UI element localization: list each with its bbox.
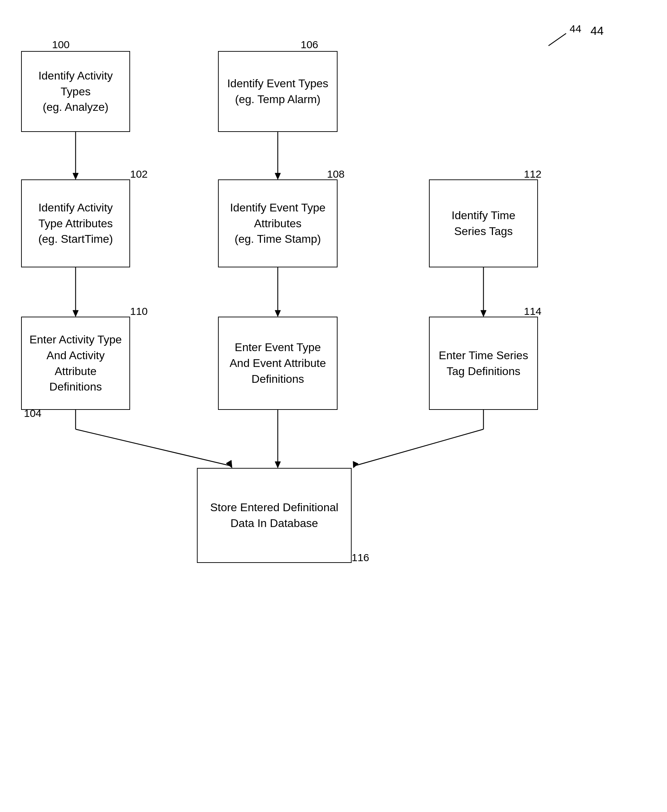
svg-marker-16: [275, 462, 280, 468]
svg-line-0: [549, 33, 566, 46]
box-identify-activity-types-text: Identify Activity Types(eg. Analyze): [29, 68, 122, 115]
svg-text:44: 44: [570, 23, 581, 35]
box-store-definitional-data-text: Store Entered Definitional Data In Datab…: [205, 499, 344, 531]
box-identify-event-type-attributes: Identify Event Type Attributes(eg. Time …: [218, 180, 338, 267]
label-116: 116: [352, 552, 369, 564]
box-identify-activity-type-attributes: Identify Activity Type Attributes(eg. St…: [21, 180, 130, 267]
label-112: 112: [524, 168, 541, 180]
box-enter-event-definitions: Enter Event Type And Event Attribute Def…: [218, 317, 338, 410]
box-identify-event-type-attributes-text: Identify Event Type Attributes(eg. Time …: [226, 200, 330, 247]
box-enter-event-definitions-text: Enter Event Type And Event Attribute Def…: [226, 339, 330, 387]
svg-marker-11: [481, 310, 486, 317]
label-102: 102: [130, 168, 148, 180]
label-106: 106: [300, 39, 318, 51]
box-enter-activity-definitions-text: Enter Activity Type And Activity Attribu…: [29, 332, 122, 395]
svg-marker-14: [226, 460, 232, 468]
box-identify-event-types: Identify Event Types(eg. Temp Alarm): [218, 51, 338, 132]
svg-marker-3: [73, 173, 78, 180]
box-identify-activity-type-attributes-text: Identify Activity Type Attributes(eg. St…: [29, 200, 122, 247]
box-identify-time-series-tags: Identify Time Series Tags: [429, 180, 538, 267]
box-enter-time-series-tag-definitions: Enter Time Series Tag Definitions: [429, 317, 538, 410]
label-110: 110: [130, 305, 148, 317]
box-identify-event-types-text: Identify Event Types(eg. Temp Alarm): [227, 76, 329, 107]
label-114: 114: [524, 305, 541, 317]
svg-line-13: [76, 429, 232, 466]
label-108: 108: [327, 168, 345, 180]
svg-marker-19: [353, 461, 358, 468]
svg-marker-7: [73, 310, 78, 317]
label-100: 100: [52, 39, 70, 51]
svg-marker-5: [275, 173, 280, 180]
figure-number-label: 44: [591, 24, 604, 38]
box-identify-activity-types: Identify Activity Types(eg. Analyze): [21, 51, 130, 132]
svg-marker-9: [275, 310, 280, 317]
box-enter-time-series-tag-definitions-text: Enter Time Series Tag Definitions: [437, 348, 530, 379]
diagram-container: 44 100 106 102 108 112 104 110 114 116 I…: [0, 0, 667, 812]
box-store-definitional-data: Store Entered Definitional Data In Datab…: [197, 468, 352, 563]
svg-line-18: [353, 429, 483, 466]
box-identify-time-series-tags-text: Identify Time Series Tags: [437, 208, 530, 239]
box-enter-activity-definitions: Enter Activity Type And Activity Attribu…: [21, 317, 130, 410]
